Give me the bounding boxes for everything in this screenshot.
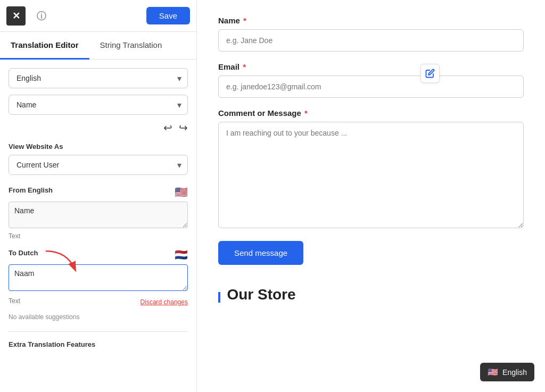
to-label: To Dutch [9,249,38,257]
edit-button[interactable] [420,64,440,83]
blue-divider [218,292,220,303]
extra-features-section: Extra Translation Features [9,331,188,348]
close-button[interactable]: ✕ [6,6,26,26]
our-store-heading: Our Store [227,286,295,303]
view-as-label: View Website As [9,143,188,151]
email-field-label: Email * [218,62,524,71]
to-textarea[interactable]: Naam [9,264,188,291]
view-as-select-wrapper: Current User Guest Admin [9,155,188,175]
extra-features-label: Extra Translation Features [9,340,188,348]
message-required-star: * [302,109,308,118]
language-select[interactable]: English Dutch French German Spanish [9,68,188,88]
from-section: From English 🇺🇸 Name Text [9,186,188,240]
email-required-star: * [241,62,246,71]
name-form-group: Name * [218,16,524,52]
lang-switcher-label: English [502,368,527,377]
message-form-group: Comment or Message * [218,109,524,230]
send-message-button[interactable]: Send message [218,241,303,265]
name-select[interactable]: Name Email Comment or Message [9,95,188,115]
view-as-select[interactable]: Current User Guest Admin [9,155,188,175]
message-field-label: Comment or Message * [218,109,524,118]
from-header: From English 🇺🇸 [9,186,188,198]
to-header: To Dutch 🇳🇱 [9,248,188,261]
language-switcher[interactable]: 🇺🇸 English [480,363,534,381]
panel-content: English Dutch French German Spanish Name… [0,60,196,392]
contact-form: Name * Email * Comment or Message * Send… [218,16,524,303]
email-input[interactable] [218,76,524,98]
from-field-type: Text [9,232,188,240]
email-form-group: Email * [218,62,524,98]
discard-changes-link[interactable]: Discard changes [141,298,188,306]
tab-bar: Translation Editor String Translation [0,32,196,60]
tab-string-translation[interactable]: String Translation [89,32,173,60]
our-store-section: Our Store [218,286,524,303]
to-textarea-wrapper: Naam [9,264,188,293]
lang-flag-icon: 🇺🇸 [488,367,498,377]
undo-button[interactable]: ↩ [163,121,172,134]
name-select-wrapper: Name Email Comment or Message [9,95,188,115]
tab-translation-editor[interactable]: Translation Editor [0,32,89,60]
to-flag: 🇳🇱 [175,248,188,261]
to-footer: Text Discard changes [9,295,188,309]
from-label: From English [9,186,53,194]
pencil-icon [425,69,435,78]
from-flag: 🇺🇸 [175,186,188,198]
from-textarea[interactable]: Name [9,202,188,228]
message-textarea[interactable] [218,122,524,228]
left-panel: ✕ ⓘ Save Translation Editor String Trans… [0,0,197,392]
view-as-section: View Website As Current User Guest Admin [9,143,188,175]
name-input[interactable] [218,29,524,52]
no-suggestions-text: No available suggestions [9,313,188,321]
to-section: To Dutch 🇳🇱 Naam Text Discard [9,248,188,309]
redo-button[interactable]: ↪ [179,121,188,134]
save-button[interactable]: Save [146,7,190,24]
to-field-type: Text [9,297,20,305]
top-bar: ✕ ⓘ Save [0,0,196,32]
language-select-wrapper: English Dutch French German Spanish [9,68,188,88]
name-field-label: Name * [218,16,524,25]
info-button[interactable]: ⓘ [32,6,51,26]
name-required-star: * [241,16,246,25]
undo-redo-bar: ↩ ↪ [9,121,188,134]
right-panel: Name * Email * Comment or Message * Send… [197,0,545,392]
